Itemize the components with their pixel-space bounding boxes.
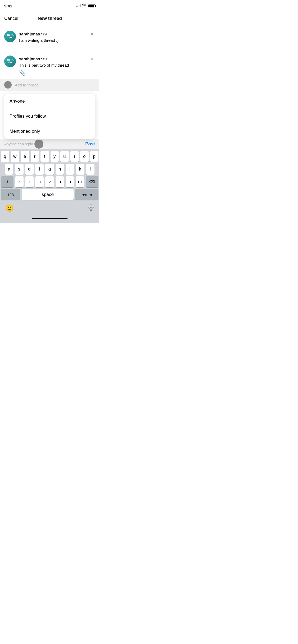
key-z[interactable]: z	[15, 176, 24, 187]
key-o[interactable]: o	[80, 151, 89, 162]
key-n[interactable]: n	[66, 176, 74, 187]
home-indicator	[0, 214, 99, 223]
page-title: New thread	[38, 16, 62, 21]
key-g[interactable]: g	[45, 164, 54, 175]
add-thread-row[interactable]: Add to thread	[0, 79, 99, 91]
key-a[interactable]: a	[5, 164, 13, 175]
close-button-1[interactable]: ✕	[89, 31, 95, 37]
thread-item-2: INSTAGRL sarahjonas779 ✕ This is part tw…	[0, 53, 99, 79]
close-button-2[interactable]: ✕	[89, 56, 95, 62]
thread-item-1: INSTAGRL sarahjonas779 ✕ I am writing a …	[0, 29, 99, 53]
dropdown-mentioned-only[interactable]: Mentioned only	[4, 124, 95, 139]
key-w[interactable]: w	[11, 151, 19, 162]
thread-line-2	[10, 68, 10, 77]
cancel-button[interactable]: Cancel	[4, 16, 18, 21]
status-time: 9:41	[4, 4, 12, 8]
key-c[interactable]: c	[35, 176, 44, 187]
dropdown-menu: Anyone Profiles you follow Mentioned onl…	[4, 94, 95, 139]
toggle-button[interactable]	[34, 140, 43, 149]
status-bar: 9:41	[0, 0, 99, 12]
add-thread-input[interactable]: Add to thread	[15, 83, 39, 87]
keyboard-row-2: a s d f g h j k l	[0, 162, 99, 175]
home-bar	[32, 218, 67, 219]
status-icons	[76, 4, 95, 8]
key-s[interactable]: s	[15, 164, 23, 175]
header: Cancel New thread	[0, 12, 99, 25]
key-x[interactable]: x	[25, 176, 34, 187]
thread-header-1: sarahjonas779 ✕	[19, 31, 95, 37]
keyboard-row-3: ⇧ z x c v b n m ⌫	[0, 175, 99, 187]
key-q[interactable]: q	[1, 151, 9, 162]
key-r[interactable]: r	[31, 151, 39, 162]
key-y[interactable]: y	[51, 151, 59, 162]
bottom-bar: Anyone can reply Post	[0, 139, 99, 149]
thread-text-2: This is part two of my thread	[19, 62, 95, 68]
numbers-key[interactable]: 123	[1, 189, 20, 200]
keyboard-row-4: 123 space return	[0, 187, 99, 202]
shift-key[interactable]: ⇧	[1, 176, 13, 187]
anyone-can-reply-text: Anyone can reply	[4, 142, 33, 146]
key-e[interactable]: e	[21, 151, 29, 162]
key-u[interactable]: u	[60, 151, 69, 162]
key-f[interactable]: f	[35, 164, 44, 175]
attachment-icon[interactable]: 📎	[19, 70, 95, 76]
emoji-icon[interactable]: 🙂	[5, 204, 14, 212]
thread-content-1: sarahjonas779 ✕ I am writing a thread :)	[19, 31, 95, 51]
username-2: sarahjonas779	[19, 57, 47, 61]
thread-header-2: sarahjonas779 ✕	[19, 56, 95, 62]
dropdown-anyone[interactable]: Anyone	[4, 94, 95, 109]
username-1: sarahjonas779	[19, 32, 47, 36]
keyboard-extras: 🙂	[0, 202, 99, 214]
keyboard-row-1: q w e r t y u i o p	[0, 149, 99, 162]
thread-item-left-1: INSTAGRL	[4, 31, 16, 51]
thread-text-1: I am writing a thread :)	[19, 38, 95, 43]
post-button[interactable]: Post	[85, 141, 95, 147]
key-k[interactable]: k	[76, 164, 84, 175]
return-key[interactable]: return	[75, 189, 98, 200]
space-key[interactable]: space	[22, 189, 74, 200]
backspace-key[interactable]: ⌫	[86, 176, 98, 187]
wifi-icon	[82, 4, 86, 8]
key-d[interactable]: d	[25, 164, 34, 175]
thread-line-1	[10, 43, 10, 51]
thread-area: INSTAGRL sarahjonas779 ✕ I am writing a …	[0, 25, 99, 94]
key-h[interactable]: h	[56, 164, 64, 175]
key-b[interactable]: b	[56, 176, 64, 187]
avatar-2: INSTAGRL	[4, 56, 16, 67]
key-j[interactable]: j	[66, 164, 74, 175]
thread-content-2: sarahjonas779 ✕ This is part two of my t…	[19, 56, 95, 77]
key-m[interactable]: m	[76, 176, 84, 187]
dropdown-profiles-follow[interactable]: Profiles you follow	[4, 109, 95, 124]
key-v[interactable]: v	[45, 176, 54, 187]
thread-item-left-2: INSTAGRL	[4, 56, 16, 77]
avatar-1: INSTAGRL	[4, 31, 16, 42]
key-i[interactable]: i	[70, 151, 79, 162]
mic-icon[interactable]	[88, 204, 94, 212]
key-l[interactable]: l	[86, 164, 94, 175]
key-p[interactable]: p	[90, 151, 99, 162]
dropdown-overlay: Anyone Profiles you follow Mentioned onl…	[0, 94, 99, 139]
add-thread-avatar	[4, 81, 12, 89]
keyboard: q w e r t y u i o p a s d f g h j k l ⇧ …	[0, 149, 99, 223]
svg-rect-0	[90, 204, 92, 208]
signal-icon	[76, 4, 80, 7]
battery-icon	[88, 4, 95, 7]
key-t[interactable]: t	[40, 151, 49, 162]
